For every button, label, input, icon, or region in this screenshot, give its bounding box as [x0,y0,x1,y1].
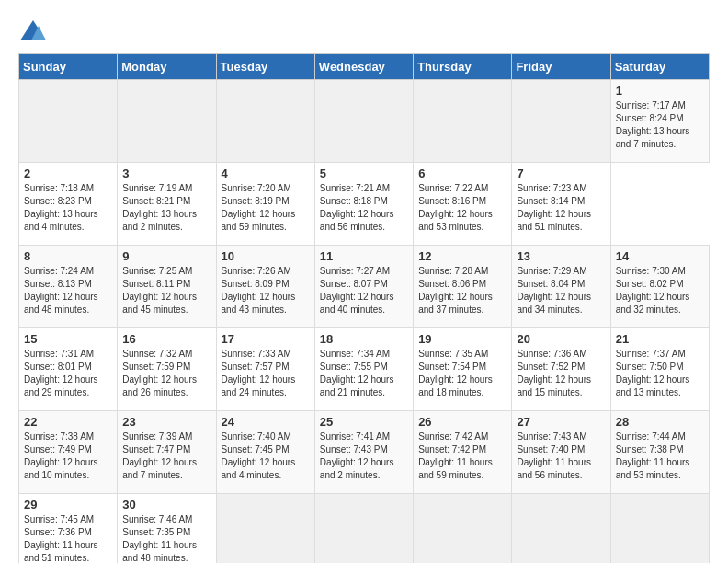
calendar-day-7: 7Sunrise: 7:23 AMSunset: 8:14 PMDaylight… [512,163,610,246]
page-header [18,18,710,44]
calendar-day-3: 3Sunrise: 7:19 AMSunset: 8:21 PMDaylight… [118,163,216,246]
calendar-day-15: 15Sunrise: 7:31 AMSunset: 8:01 PMDayligh… [19,328,118,411]
calendar-day-21: 21Sunrise: 7:37 AMSunset: 7:50 PMDayligh… [610,328,709,411]
calendar-day-20: 20Sunrise: 7:36 AMSunset: 7:52 PMDayligh… [512,328,610,411]
calendar-day-12: 12Sunrise: 7:28 AMSunset: 8:06 PMDayligh… [414,246,512,328]
calendar-day-24: 24Sunrise: 7:40 AMSunset: 7:45 PMDayligh… [216,411,314,494]
calendar-day-1: 1Sunrise: 7:17 AMSunset: 8:24 PMDaylight… [610,80,709,163]
calendar-day-10: 10Sunrise: 7:26 AMSunset: 8:09 PMDayligh… [216,246,314,328]
calendar-day-5: 5Sunrise: 7:21 AMSunset: 8:18 PMDaylight… [314,163,413,246]
calendar-day-6: 6Sunrise: 7:22 AMSunset: 8:16 PMDaylight… [414,163,512,246]
header-day-monday: Monday [118,54,216,80]
calendar-week-3: 8Sunrise: 7:24 AMSunset: 8:13 PMDaylight… [19,246,710,328]
logo-icon [18,18,48,44]
calendar-day-9: 9Sunrise: 7:25 AMSunset: 8:11 PMDaylight… [118,246,216,328]
header-day-friday: Friday [512,54,610,80]
empty-cell [118,80,216,163]
calendar-day-26: 26Sunrise: 7:42 AMSunset: 7:42 PMDayligh… [414,411,512,494]
calendar-header: SundayMondayTuesdayWednesdayThursdayFrid… [19,54,710,80]
calendar-day-28: 28Sunrise: 7:44 AMSunset: 7:38 PMDayligh… [610,411,709,494]
empty-cell [216,494,314,564]
calendar-day-8: 8Sunrise: 7:24 AMSunset: 8:13 PMDaylight… [19,246,118,328]
empty-cell [414,494,512,564]
empty-cell [414,80,512,163]
calendar-week-2: 2Sunrise: 7:18 AMSunset: 8:23 PMDaylight… [19,163,710,246]
logo [18,18,51,44]
header-day-sunday: Sunday [19,54,118,80]
calendar-day-30: 30Sunrise: 7:46 AMSunset: 7:35 PMDayligh… [118,494,216,564]
calendar-day-14: 14Sunrise: 7:30 AMSunset: 8:02 PMDayligh… [610,246,709,328]
calendar-week-5: 22Sunrise: 7:38 AMSunset: 7:49 PMDayligh… [19,411,710,494]
calendar-day-22: 22Sunrise: 7:38 AMSunset: 7:49 PMDayligh… [19,411,118,494]
calendar-week-4: 15Sunrise: 7:31 AMSunset: 8:01 PMDayligh… [19,328,710,411]
empty-cell [512,494,610,564]
header-day-saturday: Saturday [610,54,709,80]
calendar-day-29: 29Sunrise: 7:45 AMSunset: 7:36 PMDayligh… [19,494,118,564]
calendar-day-2: 2Sunrise: 7:18 AMSunset: 8:23 PMDaylight… [19,163,118,246]
calendar-day-13: 13Sunrise: 7:29 AMSunset: 8:04 PMDayligh… [512,246,610,328]
empty-cell [19,80,118,163]
calendar-body: 1Sunrise: 7:17 AMSunset: 8:24 PMDaylight… [19,80,710,564]
calendar-day-4: 4Sunrise: 7:20 AMSunset: 8:19 PMDaylight… [216,163,314,246]
calendar-day-11: 11Sunrise: 7:27 AMSunset: 8:07 PMDayligh… [314,246,413,328]
calendar-day-19: 19Sunrise: 7:35 AMSunset: 7:54 PMDayligh… [414,328,512,411]
calendar-day-23: 23Sunrise: 7:39 AMSunset: 7:47 PMDayligh… [118,411,216,494]
calendar-day-17: 17Sunrise: 7:33 AMSunset: 7:57 PMDayligh… [216,328,314,411]
calendar-table: SundayMondayTuesdayWednesdayThursdayFrid… [18,53,710,563]
empty-cell [216,80,314,163]
calendar-day-18: 18Sunrise: 7:34 AMSunset: 7:55 PMDayligh… [314,328,413,411]
header-day-thursday: Thursday [414,54,512,80]
empty-cell [314,80,413,163]
empty-cell [314,494,413,564]
calendar-day-27: 27Sunrise: 7:43 AMSunset: 7:40 PMDayligh… [512,411,610,494]
header-row: SundayMondayTuesdayWednesdayThursdayFrid… [19,54,710,80]
header-day-tuesday: Tuesday [216,54,314,80]
calendar-day-25: 25Sunrise: 7:41 AMSunset: 7:43 PMDayligh… [314,411,413,494]
header-day-wednesday: Wednesday [314,54,413,80]
calendar-week-6: 29Sunrise: 7:45 AMSunset: 7:36 PMDayligh… [19,494,710,564]
calendar-day-16: 16Sunrise: 7:32 AMSunset: 7:59 PMDayligh… [118,328,216,411]
calendar-week-1: 1Sunrise: 7:17 AMSunset: 8:24 PMDaylight… [19,80,710,163]
empty-cell [512,80,610,163]
empty-cell [610,494,709,564]
